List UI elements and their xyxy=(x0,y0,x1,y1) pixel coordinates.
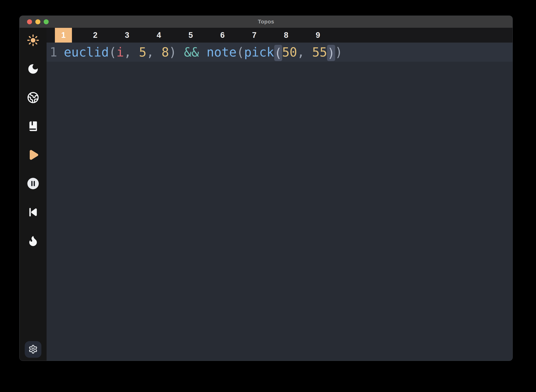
gear-icon xyxy=(28,345,38,355)
globe-button[interactable] xyxy=(27,91,39,104)
tab-1[interactable]: 1 xyxy=(55,28,72,42)
traffic-lights xyxy=(27,16,49,28)
skip-back-icon xyxy=(28,207,39,218)
zoom-button[interactable] xyxy=(44,19,49,24)
sun-icon xyxy=(27,34,39,46)
docs-button[interactable] xyxy=(27,120,39,133)
code-token: ( xyxy=(109,45,116,59)
settings-button[interactable] xyxy=(25,341,41,358)
window-title: Topos xyxy=(258,19,274,25)
code-token: 50 xyxy=(282,45,297,59)
play-button[interactable] xyxy=(27,149,39,161)
matched-bracket: ( xyxy=(274,45,282,61)
tab-6[interactable]: 6 xyxy=(214,28,231,42)
code-editor[interactable]: 1 euclid(i, 5, 8) && note(pick(50, 55)) xyxy=(47,42,512,361)
code-token: 55 xyxy=(312,45,327,59)
code-token: i xyxy=(116,45,124,59)
matched-bracket: ) xyxy=(327,45,335,61)
line-number: 1 xyxy=(47,42,61,62)
minimize-button[interactable] xyxy=(35,19,40,24)
tab-8[interactable]: 8 xyxy=(278,28,295,42)
tab-7[interactable]: 7 xyxy=(246,28,263,42)
app-window: Topos xyxy=(19,16,513,361)
code-line: euclid(i, 5, 8) && note(pick(50, 55)) xyxy=(64,42,343,62)
code-token: 5 xyxy=(139,45,146,59)
code-token: note xyxy=(206,45,237,59)
tab-3[interactable]: 3 xyxy=(119,28,136,42)
flame-icon xyxy=(27,235,39,247)
code-token xyxy=(199,45,206,59)
code-token: , xyxy=(124,45,139,59)
code-token: ) xyxy=(169,45,184,59)
code-token: ( xyxy=(237,45,244,59)
main-area: 123456789 1 euclid(i, 5, 8) && note(pick… xyxy=(47,28,512,361)
code-token: ) xyxy=(335,45,343,59)
tab-5[interactable]: 5 xyxy=(182,28,199,42)
moon-icon xyxy=(27,63,39,75)
pause-icon xyxy=(27,177,39,190)
code-token: , xyxy=(297,45,312,59)
close-button[interactable] xyxy=(27,19,32,24)
sidebar xyxy=(19,28,47,361)
theme-dark-button[interactable] xyxy=(27,62,39,75)
code-token: , xyxy=(146,45,161,59)
flame-button[interactable] xyxy=(27,234,39,247)
skip-back-button[interactable] xyxy=(27,206,39,219)
tab-4[interactable]: 4 xyxy=(150,28,167,42)
tab-9[interactable]: 9 xyxy=(309,28,326,42)
code-token: 8 xyxy=(162,45,169,59)
code-token: pick xyxy=(244,45,274,59)
code-token: euclid xyxy=(64,45,109,59)
editor-active-line[interactable]: 1 euclid(i, 5, 8) && note(pick(50, 55)) xyxy=(47,42,512,62)
app-body: 123456789 1 euclid(i, 5, 8) && note(pick… xyxy=(19,28,512,361)
code-token: && xyxy=(184,45,199,59)
pause-button[interactable] xyxy=(27,177,39,190)
title-bar[interactable]: Topos xyxy=(19,16,512,28)
play-icon xyxy=(27,149,39,161)
theme-light-button[interactable] xyxy=(27,34,39,47)
tab-2[interactable]: 2 xyxy=(87,28,104,42)
desktop: { "window": { "title": "Topos", "traffic… xyxy=(0,0,536,392)
earth-icon xyxy=(27,92,39,104)
tab-bar: 123456789 xyxy=(47,28,512,42)
book-bookmark-icon xyxy=(27,121,39,132)
